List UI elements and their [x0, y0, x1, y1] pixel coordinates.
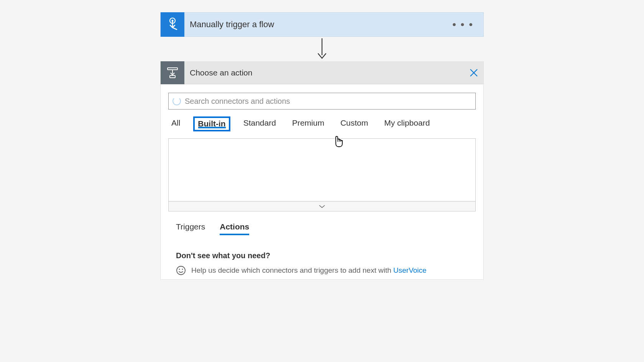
- more-options-button[interactable]: • • •: [442, 19, 483, 30]
- svg-point-8: [177, 266, 185, 275]
- trigger-card[interactable]: Manually trigger a flow • • •: [160, 12, 484, 37]
- chevron-down-icon: [319, 205, 325, 208]
- trigger-title: Manually trigger a flow: [184, 20, 442, 29]
- collapse-toggle[interactable]: [168, 201, 476, 211]
- choose-action-header: Choose an action: [161, 61, 483, 84]
- choose-action-icon-box: [161, 61, 184, 84]
- uservoice-link[interactable]: UserVoice: [393, 266, 427, 274]
- flow-designer-container: Manually trigger a flow • • • Choose an …: [160, 12, 484, 280]
- category-tabs: All Built-in Standard Premium Custom My …: [161, 110, 483, 131]
- svg-rect-3: [168, 68, 177, 70]
- svg-point-1: [172, 20, 174, 22]
- category-tab-all[interactable]: All: [168, 117, 183, 131]
- triggers-actions-tabs: Triggers Actions: [161, 211, 483, 235]
- svg-point-10: [182, 269, 183, 270]
- connectors-grid: [168, 138, 476, 201]
- smiley-icon: [176, 265, 186, 275]
- category-tab-custom[interactable]: Custom: [337, 117, 371, 131]
- choose-action-icon: [166, 66, 179, 79]
- category-tab-standard[interactable]: Standard: [240, 117, 279, 131]
- search-box[interactable]: [168, 93, 476, 110]
- close-icon: [470, 69, 478, 77]
- svg-rect-5: [170, 75, 175, 78]
- search-row: [161, 84, 483, 110]
- svg-point-9: [179, 269, 180, 270]
- search-input[interactable]: [181, 97, 472, 106]
- manual-trigger-icon: [166, 17, 179, 32]
- help-row: Help us decide which connectors and trig…: [176, 265, 476, 275]
- tab-actions[interactable]: Actions: [220, 222, 249, 235]
- trigger-icon-box: [161, 12, 184, 37]
- category-tab-built-in[interactable]: Built-in: [193, 116, 230, 131]
- flow-connector: [160, 37, 484, 61]
- category-tab-premium[interactable]: Premium: [289, 117, 327, 131]
- tab-triggers[interactable]: Triggers: [176, 222, 205, 235]
- arrow-down-icon: [316, 38, 328, 60]
- search-loading-spinner-icon: [172, 97, 181, 105]
- choose-action-card: Choose an action All Built-in Standard P…: [160, 61, 484, 280]
- help-title: Don't see what you need?: [176, 251, 476, 260]
- help-text: Help us decide which connectors and trig…: [191, 266, 427, 275]
- choose-action-title: Choose an action: [184, 68, 464, 77]
- help-section: Don't see what you need? Help us decide …: [161, 235, 483, 279]
- close-button[interactable]: [464, 69, 483, 77]
- category-tab-my-clipboard[interactable]: My clipboard: [381, 117, 433, 131]
